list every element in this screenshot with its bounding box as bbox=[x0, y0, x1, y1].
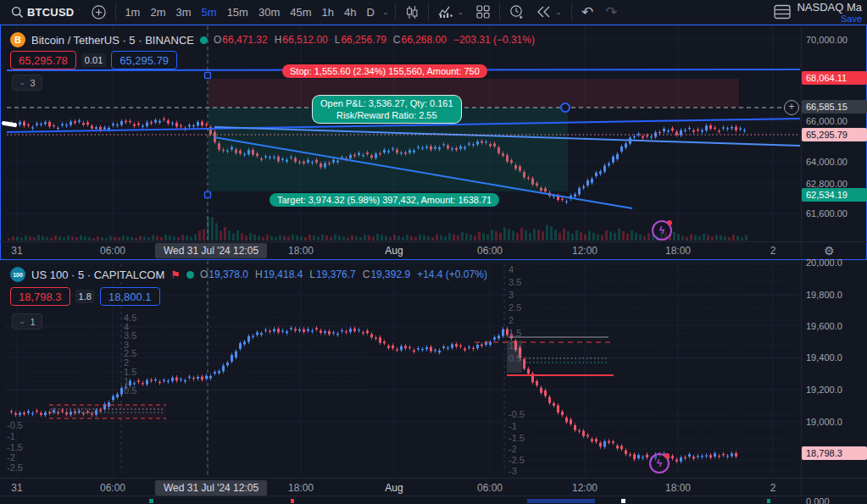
stop-loss-pill[interactable]: Stop: 1,555.60 (2.34%) 155,560, Amount: … bbox=[282, 64, 487, 78]
timeframe-4h[interactable]: 4h bbox=[339, 2, 361, 22]
ohlc-item: H19,418.4 bbox=[255, 269, 303, 280]
timeframe-1h[interactable]: 1h bbox=[317, 2, 339, 22]
timeframe-45m[interactable]: 45m bbox=[285, 2, 316, 22]
time-tick: 12:00 bbox=[572, 482, 597, 494]
indicator-scale-value: -2 bbox=[7, 452, 15, 462]
flash-event-icon[interactable]: ϟ bbox=[652, 220, 672, 241]
price-label-last: 18,798.3 bbox=[802, 446, 867, 460]
price-tick: 19,000.0 bbox=[802, 415, 867, 429]
bar-replay-button[interactable]: ⌄ bbox=[531, 2, 568, 22]
crosshair-time-label: Wed 31 Jul '24 12:05 bbox=[155, 480, 267, 496]
axis-settings-gear-icon[interactable]: ⚙ bbox=[824, 244, 835, 258]
flag-icon[interactable]: ⚑ bbox=[170, 269, 181, 280]
time-tick: 31 bbox=[11, 245, 22, 257]
collapsed-pane-axis-label: 0.000 bbox=[806, 496, 830, 504]
indicators-button[interactable]: ⌄ bbox=[432, 2, 470, 22]
buy-button[interactable]: 65,295.79 bbox=[111, 51, 177, 69]
search-icon bbox=[11, 6, 24, 19]
timeframe-2m[interactable]: 2m bbox=[145, 2, 170, 22]
toolbar-divider bbox=[115, 3, 116, 20]
create-alert-button[interactable] bbox=[503, 2, 531, 22]
indicator-scale-value: 0.5 bbox=[124, 385, 136, 396]
open-pnl-line: Open P&L: 3,536.27, Qty: 0.161 bbox=[320, 97, 453, 109]
timeframe-30m[interactable]: 30m bbox=[253, 2, 285, 22]
indicator-scale-value: -0.5 bbox=[509, 409, 525, 419]
bitcoin-logo-icon: B bbox=[10, 32, 25, 47]
indicator-scale-value: 2.5 bbox=[509, 302, 521, 313]
buy-button[interactable]: 18,800.1 bbox=[100, 287, 160, 306]
indicator-scale-value: -1.5 bbox=[509, 433, 525, 443]
candles-us bbox=[10, 326, 737, 464]
price-tick: 19,800.0 bbox=[802, 288, 867, 302]
indicator-scale-value: -1 bbox=[7, 431, 15, 441]
indicator-scale-value: -1 bbox=[509, 421, 517, 431]
indicator-scale-value: -3 bbox=[509, 466, 517, 476]
btc-time-axis[interactable]: Wed 31 Jul '24 12:05 3106:0018:00Aug06:0… bbox=[0, 242, 867, 260]
grid-layout-button[interactable] bbox=[470, 2, 496, 22]
collapsed-pane-mark bbox=[767, 499, 770, 503]
undo-icon: ↶ bbox=[581, 3, 593, 21]
price-tick: 20,000.0 bbox=[802, 256, 867, 269]
collapsed-pane-mark bbox=[527, 499, 595, 503]
timeframe-15m[interactable]: 15m bbox=[222, 2, 253, 22]
time-tick: 2 bbox=[770, 245, 776, 257]
us100-time-axis[interactable]: Wed 31 Jul '24 12:05 3106:0018:00Aug06:0… bbox=[0, 479, 867, 497]
indicator-scale-value: -2.5 bbox=[7, 462, 23, 473]
chart-style-button[interactable] bbox=[399, 2, 425, 22]
sell-button[interactable]: 18,798.3 bbox=[10, 287, 70, 306]
crosshair-time-label: Wed 31 Jul '24 12:05 bbox=[155, 243, 267, 258]
timeframe-3m[interactable]: 3m bbox=[171, 2, 197, 22]
compare-add-button[interactable] bbox=[86, 2, 112, 22]
spread-value: 1.8 bbox=[75, 290, 95, 303]
us100-trade-buttons: 18,798.3 1.8 18,800.1 bbox=[10, 287, 160, 306]
time-tick: 06:00 bbox=[477, 482, 503, 494]
chevron-down-icon: ⌄ bbox=[555, 8, 562, 16]
btc-legend: B Bitcoin / TetherUS · 5 · BINANCE O66,4… bbox=[10, 32, 535, 47]
indicator-scale-value: -1.5 bbox=[7, 442, 23, 452]
sell-button[interactable]: 65,295.78 bbox=[10, 51, 76, 69]
indicator-scale-value: 0.5 bbox=[509, 353, 521, 363]
save-layout-button[interactable]: Save bbox=[797, 14, 862, 24]
layout-name-block[interactable]: NASDAQ Ma Save bbox=[774, 1, 862, 24]
btc-indicators-collapsed[interactable]: ⌄ 3 bbox=[12, 75, 42, 91]
btc-symbol-title[interactable]: Bitcoin / TetherUS · 5 · BINANCE bbox=[31, 34, 194, 47]
change-value: −203.31 (−0.31%) bbox=[453, 34, 535, 46]
toolbar-divider bbox=[499, 3, 500, 20]
spread-value: 0.01 bbox=[81, 53, 106, 67]
redo-button[interactable]: ↷ bbox=[599, 2, 623, 22]
ohlc-item: O66,471.32 bbox=[214, 34, 268, 46]
collapsed-pane-mark bbox=[291, 499, 294, 503]
open-pnl-pill[interactable]: Open P&L: 3,536.27, Qty: 0.161 Risk/Rewa… bbox=[312, 95, 462, 124]
symbol-search-button[interactable]: BTCUSD ˈ bbox=[5, 2, 86, 22]
symbol-mark: ˈ bbox=[77, 8, 80, 16]
us100-price-axis[interactable]: 20,000.019,800.019,600.019,400.019,200.0… bbox=[802, 0, 867, 477]
timeframe-1m[interactable]: 1m bbox=[119, 2, 145, 22]
time-tick: 18:00 bbox=[288, 482, 314, 494]
us100-symbol-title[interactable]: US 100 · 5 · CAPITALCOM bbox=[31, 269, 164, 281]
flash-event-icon[interactable]: ϟ bbox=[649, 453, 670, 474]
market-status-icon bbox=[186, 271, 194, 279]
price-tick: 19,200.0 bbox=[802, 383, 867, 396]
us100-indicators-collapsed[interactable]: ⌄ 1 bbox=[12, 313, 42, 330]
btc-trade-buttons: 65,295.78 0.01 65,295.79 bbox=[10, 51, 177, 69]
indicator-scale-value: 3 bbox=[509, 290, 514, 300]
time-tick: 12:00 bbox=[572, 245, 597, 257]
undo-button[interactable]: ↶ bbox=[575, 2, 599, 22]
timeframe-5m[interactable]: 5m bbox=[197, 2, 222, 22]
ohlc-item: H66,512.00 bbox=[275, 34, 328, 46]
take-profit-pill[interactable]: Target: 3,974.32 (5.98%) 397,432, Amount… bbox=[270, 193, 499, 207]
indicator-scale-value: 1.5 bbox=[509, 328, 521, 338]
toolbar-divider bbox=[395, 3, 396, 20]
collapsed-pane[interactable]: 0.000 bbox=[0, 496, 867, 504]
add-order-plus-icon[interactable]: + bbox=[784, 100, 799, 115]
ohlc-item: C66,268.00 bbox=[393, 34, 447, 46]
market-status-icon bbox=[200, 36, 208, 44]
us100-ohlc-values: O19,378.0H19,418.4L19,376.7C19,392.9+14.… bbox=[200, 269, 487, 280]
layout-rows-icon bbox=[774, 4, 791, 19]
candles-icon bbox=[405, 5, 419, 19]
timeframe-D[interactable]: D bbox=[361, 2, 379, 22]
ohlc-item: O19,378.0 bbox=[200, 269, 248, 280]
timeframe-menu-button[interactable]: ⌄ bbox=[380, 2, 392, 22]
symbol-name: BTCUSD bbox=[27, 6, 74, 19]
price-tick: 19,600.0 bbox=[802, 319, 867, 333]
